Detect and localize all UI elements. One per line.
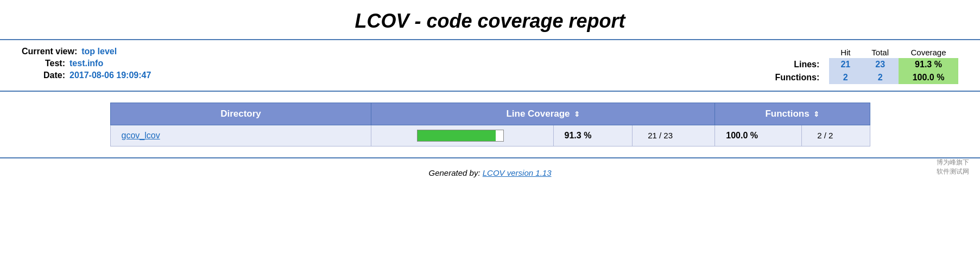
bar-green-fill — [418, 130, 496, 141]
dir-cell: gcov_lcov — [110, 125, 371, 146]
coverage-header: Coverage — [899, 47, 958, 58]
watermark: 博为峰旗下 软件测试网 — [937, 158, 969, 176]
line-pct: 91.3 % — [565, 131, 592, 140]
coverage-bar — [417, 130, 504, 142]
lines-label: Lines: — [766, 58, 830, 71]
functions-sort-icon: ⇕ — [813, 110, 819, 118]
lines-coverage: 91.3 % — [899, 58, 958, 71]
test-row: Test: test.info — [22, 59, 151, 68]
line-cov-sort-icon: ⇕ — [574, 110, 580, 118]
footer: Generated by: LCOV version 1.13 — [0, 157, 980, 182]
line-cov-header[interactable]: Line Coverage ⇕ — [371, 103, 715, 125]
page-wrapper: LCOV - code coverage report Current view… — [0, 0, 980, 182]
test-label: Test: — [22, 59, 65, 68]
current-view-row: Current view: top level — [22, 47, 151, 56]
dir-link[interactable]: gcov_lcov — [122, 131, 160, 140]
footer-link[interactable]: LCOV version 1.13 — [483, 168, 552, 177]
line-pct-cell: 91.3 % — [553, 125, 633, 146]
info-left: Current view: top level Test: test.info … — [22, 47, 151, 80]
main-table-section: Directory Line Coverage ⇕ Functions ⇕ gc… — [0, 92, 980, 152]
date-row: Date: 2017-08-06 19:09:47 — [22, 71, 151, 80]
func-pct-cell: 100.0 % — [715, 125, 802, 146]
coverage-table: Directory Line Coverage ⇕ Functions ⇕ gc… — [110, 103, 870, 146]
lines-hit: 21 — [829, 58, 862, 71]
test-value: test.info — [69, 59, 103, 68]
date-value: 2017-08-06 19:09:47 — [69, 71, 151, 80]
line-cov-bar-cell — [371, 125, 553, 146]
functions-coverage: 100.0 % — [899, 71, 958, 84]
functions-row: Functions: 2 2 100.0 % — [766, 71, 958, 84]
date-label: Date: — [22, 71, 65, 80]
line-fraction-cell: 21 / 23 — [633, 125, 715, 146]
info-section: Current view: top level Test: test.info … — [0, 40, 980, 92]
page-title: LCOV - code coverage report — [0, 0, 980, 40]
stats-table: Hit Total Coverage Lines: 21 23 91.3 % F… — [766, 47, 958, 84]
func-fraction-cell: 2 / 2 — [802, 125, 870, 146]
lines-total: 23 — [862, 58, 899, 71]
functions-label: Functions: — [766, 71, 830, 84]
line-fraction: 21 / 23 — [648, 131, 673, 140]
stats-area: Hit Total Coverage Lines: 21 23 91.3 % F… — [766, 47, 958, 84]
watermark-line2: 软件测试网 — [937, 167, 969, 176]
bar-white-fill — [496, 130, 503, 141]
functions-header[interactable]: Functions ⇕ — [715, 103, 870, 125]
func-fraction: 2 / 2 — [817, 131, 833, 140]
footer-text: Generated by: — [429, 168, 480, 177]
func-pct: 100.0 % — [726, 131, 758, 140]
lines-row: Lines: 21 23 91.3 % — [766, 58, 958, 71]
current-view-value: top level — [81, 47, 117, 56]
table-header-row: Directory Line Coverage ⇕ Functions ⇕ — [110, 103, 870, 125]
functions-total: 2 — [862, 71, 899, 84]
dir-header[interactable]: Directory — [110, 103, 371, 125]
current-view-label: Current view: — [22, 47, 77, 56]
functions-hit: 2 — [829, 71, 862, 84]
empty-header — [766, 47, 830, 58]
watermark-line1: 博为峰旗下 — [937, 158, 969, 167]
hit-header: Hit — [829, 47, 862, 58]
table-row: gcov_lcov 91.3 % 21 / 23 — [110, 125, 870, 146]
total-header: Total — [862, 47, 899, 58]
